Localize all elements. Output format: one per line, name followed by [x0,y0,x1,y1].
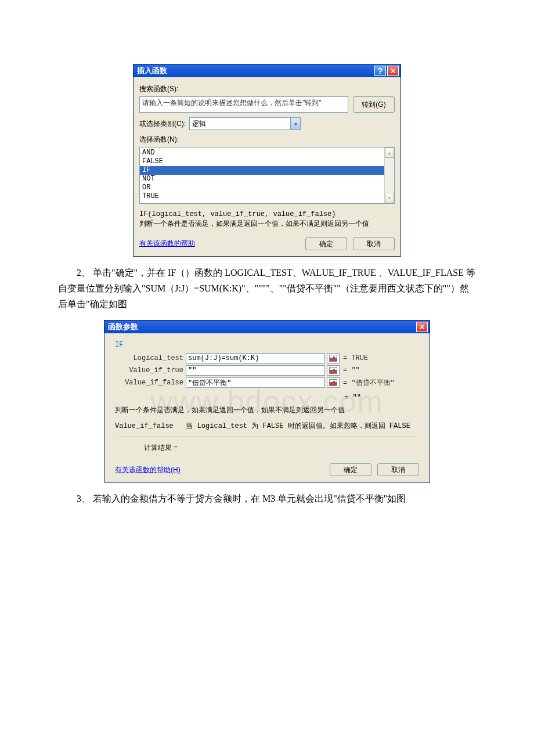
function-syntax: IF(logical_test, value_if_true, value_if… [139,210,395,219]
list-item[interactable]: TRUE [142,192,383,201]
select-function-label: 选择函数(N): [139,135,395,145]
scroll-down-icon[interactable]: ▾ [385,193,394,203]
logical-test-input[interactable] [186,353,325,363]
paragraph-3: 3、 若输入的金额借方不等于贷方金额时，在 M3 单元就会出现"借贷不平衡"如图 [58,491,476,506]
scroll-up-icon[interactable]: ▴ [385,147,394,158]
arg-row: Value_if_true = "" [115,365,419,376]
go-button[interactable]: 转到(G) [353,96,395,113]
arg-label: Logical_test [115,354,186,362]
arg-row: Value_if_false = "借贷不平衡" [115,377,419,388]
arg-hint: 当 Logical_test 为 FALSE 时的返回值。如果忽略，则返回 FA… [186,422,410,430]
arg-result: = "" [340,366,360,375]
dialog-title: 函数参数 [108,322,138,332]
value-if-true-input[interactable] [186,365,325,376]
search-label: 搜索函数(S): [139,84,395,94]
range-select-icon[interactable] [327,365,340,376]
scrollbar[interactable]: ▴ ▾ [384,147,394,203]
list-item-selected[interactable]: IF [140,166,385,175]
list-item[interactable]: FALSE [142,157,383,166]
list-item[interactable]: AND [142,149,383,157]
category-combo[interactable]: 逻辑 ▾ [189,117,301,130]
range-select-icon[interactable] [327,377,340,388]
function-description: 判断一个条件是否满足，如果满足返回一个值，如果不满足则返回另一个值 [115,405,419,415]
arg-result: = TRUE [340,354,368,362]
function-name: IF [115,341,123,349]
dialog-titlebar[interactable]: 函数参数 × [104,321,430,333]
cancel-button[interactable]: 取消 [377,463,419,476]
function-arguments-dialog: www.bdocx.com 函数参数 × IF Logical_test = T… [104,320,430,483]
dialog-title: 插入函数 [137,66,167,76]
calc-result-label: 计算结果 = [115,441,419,455]
arg-row: Logical_test = TRUE [115,353,419,363]
help-icon[interactable]: ? [374,66,386,76]
insert-function-dialog: 插入函数 ? × 搜索函数(S): 请输入一条简短的说明来描述您想做什么，然后单… [133,64,401,257]
range-select-icon[interactable] [327,353,340,363]
function-description: 判断一个条件是否满足，如果满足返回一个值，如果不满足则返回另一个值 [139,219,395,229]
paragraph-2: 2、 单击"确定"，并在 IF（）函数的 LOGICAL_TEST、WALUE_… [58,265,476,312]
arg-label: Value_if_true [115,366,186,375]
arg-result: = "借贷不平衡" [340,378,395,388]
close-icon[interactable]: × [387,66,399,76]
function-listbox[interactable]: AND FALSE IF NOT OR TRUE ▴ ▾ [139,147,395,204]
search-input[interactable]: 请输入一条简短的说明来描述您想做什么，然后单击"转到" [139,96,348,113]
help-link[interactable]: 有关该函数的帮助 [139,239,195,249]
cancel-button[interactable]: 取消 [353,237,395,250]
dialog-titlebar[interactable]: 插入函数 ? × [134,64,400,77]
arg-label: Value_if_false [115,379,186,387]
arg-hint-label: Value_if_false [115,422,174,430]
ok-button[interactable]: 确定 [305,237,347,250]
value-if-false-input[interactable] [186,377,325,388]
overall-result: = "" [115,394,419,402]
category-label: 或选择类别(C): [139,119,186,129]
list-item[interactable]: OR [142,183,383,192]
chevron-down-icon[interactable]: ▾ [290,118,300,129]
ok-button[interactable]: 确定 [330,463,371,476]
help-link[interactable]: 有关该函数的帮助(H) [115,465,181,475]
category-value: 逻辑 [190,119,290,129]
list-item[interactable]: NOT [142,175,383,183]
close-icon[interactable]: × [416,322,428,332]
